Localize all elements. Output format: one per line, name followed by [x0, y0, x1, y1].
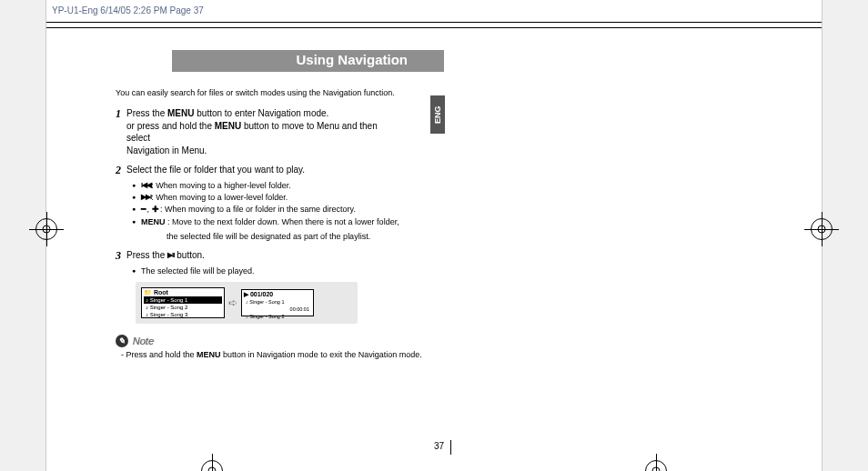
lcd-root: 📁 Root ♪ Singer - Song 1 ♪ Singer - Song… [141, 287, 225, 318]
bullet-minus-plus: , : When moving to a file or folder in t… [132, 204, 403, 215]
page-number: 37 [434, 441, 444, 451]
plus-icon [152, 204, 158, 215]
bullet-rewind: : When moving to a higher-level folder. [132, 180, 403, 191]
language-tab: ENG [430, 95, 445, 134]
section-title: Using Navigation [296, 52, 408, 67]
step-number: 1 [116, 106, 121, 121]
bullet-forward: : When moving to a lower-level folder. [132, 192, 403, 203]
lcd-row: ♪ Singer - Song 1 [244, 298, 311, 306]
page-number-rule [450, 440, 451, 455]
step-3: 3 Press the button. The selected file wi… [116, 249, 403, 276]
intro-text: You can easily search for files or switc… [116, 87, 403, 98]
bullet-menu: MENU : Move to the next folder down. Whe… [132, 216, 403, 227]
step-number: 2 [116, 163, 121, 177]
step-2: 2 Select the file or folder that you wan… [116, 164, 403, 242]
section-title-bar: Using Navigation [172, 50, 444, 72]
manual-page: YP-U1-Eng 6/14/05 2:26 PM Page 37 Using … [45, 0, 823, 471]
lcd-playing-header: ▶ 001/020 [244, 291, 311, 298]
lcd-playing: ▶ 001/020 ♪ Singer - Song 1 00:00:01 ♪ S… [241, 289, 314, 316]
lcd-root-header: 📁 Root [144, 289, 222, 296]
lcd-screenshots: 📁 Root ♪ Singer - Song 1 ♪ Singer - Song… [136, 282, 358, 324]
registration-mark-icon [811, 218, 833, 240]
step-3-bullets: The selected file will be played. [132, 266, 403, 276]
step-1-text: Press the MENU button to enter Navigatio… [126, 108, 378, 155]
step-3-text: Press the button. [126, 250, 205, 260]
note-section: ✎ Note - Press and hold the MENU button … [116, 335, 422, 359]
lcd-row: ♪ Singer - Song 2 [144, 304, 222, 311]
registration-mark-icon [35, 218, 57, 240]
arrow-icon: ➪ [228, 296, 237, 309]
top-rule [46, 27, 822, 28]
note-text: - Press and hold the MENU button in Navi… [121, 350, 422, 359]
lcd-row-selected: ♪ Singer - Song 1 [144, 296, 222, 304]
rewind-icon [141, 181, 151, 191]
note-label: Note [133, 336, 154, 346]
registration-mark-icon [201, 460, 223, 471]
forward-icon [141, 193, 151, 203]
step-2-text: Select the file or folder that you want … [126, 165, 305, 175]
step-1: 1 Press the MENU button to enter Navigat… [116, 107, 403, 156]
bullet-played: The selected file will be played. [132, 266, 403, 276]
step-2-bullets: : When moving to a higher-level folder. … [132, 180, 403, 227]
note-icon: ✎ [116, 335, 128, 347]
lcd-row: ♪ Singer - Song 2 [244, 313, 311, 320]
content-area: You can easily search for files or switc… [116, 87, 403, 284]
step-number: 3 [116, 248, 121, 263]
bullet-menu-sub: the selected file will be designated as … [126, 231, 403, 242]
lcd-row: ♪ Singer - Song 3 [144, 311, 222, 318]
lcd-time: 00:00:01 [244, 306, 311, 313]
registration-mark-icon [645, 460, 667, 471]
crop-mark-header: YP-U1-Eng 6/14/05 2:26 PM Page 37 [46, 4, 209, 17]
